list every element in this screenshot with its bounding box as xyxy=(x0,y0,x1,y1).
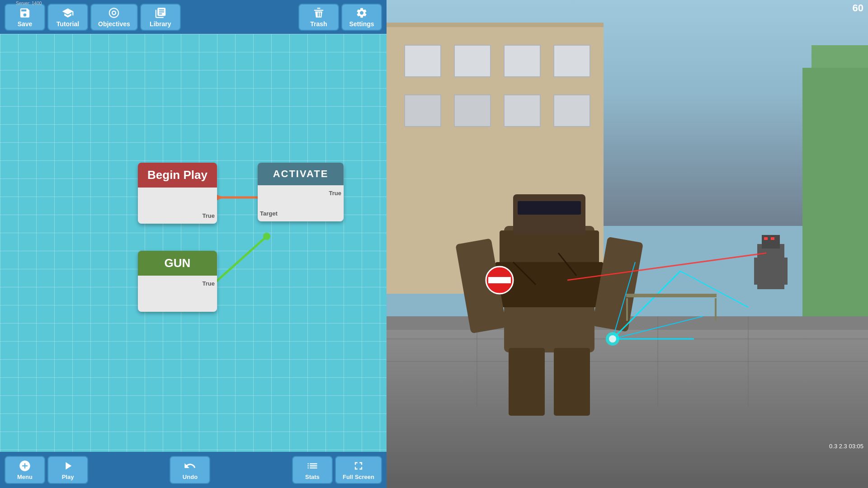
save-icon xyxy=(19,7,31,19)
blueprint-canvas[interactable]: Begin Play True ACTIVATE True Target GUN… xyxy=(0,34,387,452)
stats-button[interactable]: Stats xyxy=(292,456,333,484)
fps-counter: 60 xyxy=(853,2,863,14)
gun-port-label: True xyxy=(203,280,215,287)
fullscreen-icon xyxy=(352,460,365,472)
svg-rect-29 xyxy=(757,244,784,289)
svg-rect-34 xyxy=(771,237,774,240)
game-scene xyxy=(387,0,868,488)
svg-point-52 xyxy=(609,335,616,343)
play-icon xyxy=(61,460,74,472)
gun-header: GUN xyxy=(138,251,217,276)
tutorial-label: Tutorial xyxy=(57,20,79,28)
bottom-toolbar: Menu Play Undo Stats Full Sc xyxy=(0,452,387,488)
svg-rect-16 xyxy=(454,95,491,127)
svg-rect-33 xyxy=(764,237,768,240)
gun-node[interactable]: GUN True xyxy=(138,251,217,312)
settings-icon xyxy=(355,7,368,19)
begin-play-body: True xyxy=(138,188,217,224)
fps-value: 60 xyxy=(853,2,863,14)
save-button[interactable]: Save xyxy=(5,4,45,31)
game-viewport-panel: 60 0.3 2.3 03:05 xyxy=(387,0,868,488)
svg-rect-30 xyxy=(762,235,780,249)
fullscreen-label: Full Screen xyxy=(343,474,374,480)
top-toolbar: Save Tutorial Objectives Library T xyxy=(0,0,387,34)
svg-rect-11 xyxy=(405,45,441,77)
svg-rect-43 xyxy=(554,348,590,416)
svg-rect-42 xyxy=(509,348,545,416)
svg-line-3 xyxy=(210,236,267,287)
activate-body: True Target xyxy=(258,185,344,221)
svg-rect-17 xyxy=(504,95,540,127)
settings-button[interactable]: Settings xyxy=(341,4,382,31)
begin-play-header: Begin Play xyxy=(138,163,217,188)
activate-port-label: True xyxy=(329,190,341,197)
svg-rect-56 xyxy=(488,277,511,283)
play-label: Play xyxy=(62,474,74,480)
svg-rect-59 xyxy=(715,298,717,321)
settings-label: Settings xyxy=(349,20,374,28)
svg-rect-10 xyxy=(387,23,604,27)
tutorial-button[interactable]: Tutorial xyxy=(47,4,88,31)
save-label: Save xyxy=(18,20,33,28)
svg-rect-18 xyxy=(554,95,590,127)
coords-value: 0.3 2.3 03:05 xyxy=(829,443,863,450)
trash-icon xyxy=(312,7,325,19)
activate-header: ACTIVATE xyxy=(258,163,344,185)
objectives-icon xyxy=(108,7,120,19)
stats-icon xyxy=(306,460,319,472)
menu-icon xyxy=(19,460,31,472)
activate-target-label: Target xyxy=(260,210,278,217)
svg-rect-32 xyxy=(781,258,788,285)
server-label: Server: 1400 xyxy=(16,1,42,6)
objectives-button[interactable]: Objectives xyxy=(90,4,138,31)
trash-button[interactable]: Trash xyxy=(298,4,339,31)
svg-rect-58 xyxy=(626,298,628,321)
begin-play-title: Begin Play xyxy=(147,168,208,182)
library-icon xyxy=(154,7,167,19)
svg-rect-36 xyxy=(500,230,599,267)
objectives-label: Objectives xyxy=(98,20,130,28)
menu-button[interactable]: Menu xyxy=(5,456,45,484)
undo-label: Undo xyxy=(183,474,198,480)
svg-rect-13 xyxy=(504,45,540,77)
svg-rect-12 xyxy=(454,45,491,77)
svg-rect-39 xyxy=(518,201,581,215)
stats-label: Stats xyxy=(305,474,320,480)
svg-rect-20 xyxy=(802,68,868,316)
fullscreen-button[interactable]: Full Screen xyxy=(335,456,382,484)
trash-label: Trash xyxy=(310,20,327,28)
svg-rect-21 xyxy=(387,316,868,488)
svg-point-5 xyxy=(263,233,270,240)
connections-layer xyxy=(0,34,387,452)
library-button[interactable]: Library xyxy=(140,4,181,31)
coords-display: 0.3 2.3 03:05 xyxy=(829,443,863,450)
begin-play-port-label: True xyxy=(203,212,215,219)
svg-rect-14 xyxy=(554,45,590,77)
activate-node[interactable]: ACTIVATE True Target xyxy=(258,163,344,221)
menu-label: Menu xyxy=(17,474,33,480)
begin-play-node[interactable]: Begin Play True xyxy=(138,163,217,224)
gun-body: True xyxy=(138,276,217,312)
tutorial-icon xyxy=(61,7,74,19)
activate-title: ACTIVATE xyxy=(273,168,329,179)
play-button[interactable]: Play xyxy=(47,456,88,484)
gun-title: GUN xyxy=(165,256,191,270)
blueprint-editor: Save Tutorial Objectives Library T xyxy=(0,0,387,488)
undo-icon xyxy=(184,460,196,472)
svg-rect-15 xyxy=(405,95,441,127)
library-label: Library xyxy=(150,20,171,28)
svg-rect-57 xyxy=(626,294,717,297)
undo-button[interactable]: Undo xyxy=(170,456,210,484)
svg-rect-31 xyxy=(754,258,761,285)
